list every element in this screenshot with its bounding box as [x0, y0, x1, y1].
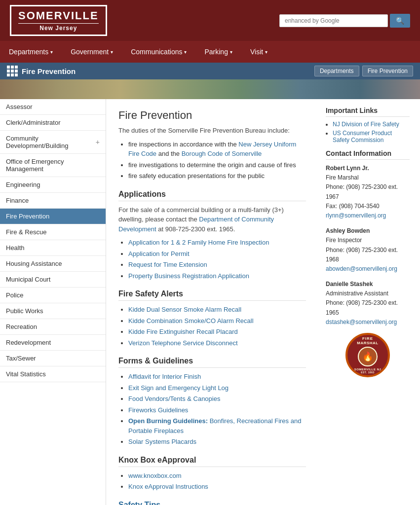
search-bar: 🔍: [279, 14, 410, 28]
fire-safety-link[interactable]: Verizon Telephone Service Disconnect: [128, 339, 238, 347]
sidebar-item-clerk-administrator[interactable]: Clerk/Administrator: [0, 115, 106, 131]
contact-title: Fire Marshal: [326, 173, 410, 182]
forms-link[interactable]: Food Vendors/Tents & Canopies: [128, 395, 220, 402]
sidebar-item-label: Finance: [6, 197, 29, 204]
fire-safety-link[interactable]: Kidde Fire Extinguisher Recall Placard: [128, 328, 238, 335]
important-link[interactable]: US Consumer Product Safety Commission: [333, 130, 392, 144]
sidebar-item-label: Police: [6, 291, 23, 299]
badge-title: FIRE: [354, 336, 382, 341]
search-button[interactable]: 🔍: [390, 14, 410, 28]
header: SOMERVILLE New Jersey 🔍: [0, 0, 420, 41]
breadcrumb-fire-prevention-button[interactable]: Fire Prevention: [362, 66, 413, 76]
forms-link[interactable]: Fireworks Guidelines: [128, 406, 188, 414]
sidebar-item-health[interactable]: Health: [0, 240, 106, 256]
forms-list: Affidavit for Interior FinishExit Sign a…: [128, 372, 306, 447]
sidebar-item-tax-sewer[interactable]: Tax/Sewer: [0, 351, 106, 366]
list-item: Application for 1 & 2 Family Home Fire I…: [128, 238, 306, 248]
badge-marshal: MARSHAL: [354, 341, 382, 345]
application-link[interactable]: Application for Permit: [128, 250, 190, 257]
forms-link[interactable]: Solar Systems Placards: [128, 438, 196, 445]
sidebar-item-label: Community Development/Building: [6, 135, 96, 149]
sidebar-item-police[interactable]: Police: [0, 288, 106, 303]
contact-phone: Phone: (908) 725-2300 ext. 1967: [326, 182, 410, 201]
sidebar-item-label: Assessor: [6, 103, 32, 110]
sidebar-item-label: Clerk/Administrator: [6, 119, 61, 126]
application-link[interactable]: Request for Time Extension: [128, 261, 207, 268]
forms-heading: Forms & Guidelines: [118, 357, 306, 368]
logo-name: SOMERVILLE: [18, 9, 99, 22]
nav-arrow: ▾: [184, 49, 187, 55]
sidebar-item-engineering[interactable]: Engineering: [0, 177, 106, 193]
applications-heading: Applications: [118, 190, 306, 201]
search-input[interactable]: [279, 14, 388, 27]
forms-link[interactable]: Open Burning Guidelines: Bonfires, Recre…: [128, 417, 301, 434]
important-links-list: NJ Division of Fire SafetyUS Consumer Pr…: [333, 121, 410, 144]
sidebar-item-label: Redevelopment: [6, 339, 51, 346]
sidebar-item-label: Municipal Court: [6, 276, 50, 283]
nav-label: Communications: [131, 48, 182, 56]
nav-arrow: ▾: [230, 49, 232, 55]
important-link[interactable]: NJ Division of Fire Safety: [333, 121, 399, 128]
sidebar-item-housing-assistance[interactable]: Housing Assistance: [0, 256, 106, 272]
nav-item-communications[interactable]: Communications▾: [122, 41, 195, 63]
forms-link[interactable]: Affidavit for Interior Finish: [128, 373, 201, 380]
list-item: Application for Permit: [128, 249, 306, 259]
contact-name: Robert Lynn Jr.: [326, 164, 410, 173]
nav-item-visit[interactable]: Visit▾: [241, 41, 276, 63]
dept-community-link[interactable]: Department of Community Development: [118, 216, 274, 233]
knox-link[interactable]: www.knoxbox.com: [128, 472, 182, 479]
sidebar-item-label: Health: [6, 244, 25, 252]
sidebar: AssessorClerk/AdministratorCommunity Dev…: [0, 99, 106, 505]
important-link-item: US Consumer Product Safety Commission: [333, 130, 410, 144]
borough-code-link[interactable]: Borough Code of Somerville: [182, 150, 262, 157]
duty-item: fire safety education presentations for …: [128, 171, 306, 181]
fire-safety-list: Kidde Dual Sensor Smoke Alarm RecallKidd…: [128, 305, 306, 348]
nav-item-parking[interactable]: Parking▾: [195, 41, 241, 63]
nav-item-departments[interactable]: Departments▾: [0, 41, 62, 63]
breadcrumb-right: Departments Fire Prevention: [314, 66, 413, 76]
grid-icon: [7, 66, 18, 76]
list-item: Exit Sign and Emergency Light Log: [128, 383, 306, 393]
sidebar-item-public-works[interactable]: Public Works: [0, 303, 106, 319]
list-item: Open Burning Guidelines: Bonfires, Recre…: [128, 416, 306, 435]
breadcrumb-title: Fire Prevention: [22, 67, 76, 75]
contact-name: Ashley Bowden: [326, 226, 410, 236]
sidebar-item-vital-statistics[interactable]: Vital Statistics: [0, 366, 106, 382]
knox-link[interactable]: Knox eApproval Instructions: [128, 483, 208, 490]
forms-link[interactable]: Exit Sign and Emergency Light Log: [128, 384, 229, 392]
duties-list: fire inspections in accordance with the …: [128, 140, 306, 181]
application-link[interactable]: Application for 1 & 2 Family Home Fire I…: [128, 239, 269, 246]
badge-container: FIRE MARSHAL 🔥 SOMERVILLE NJ EST. 1863: [326, 333, 410, 377]
sidebar-item-assessor[interactable]: Assessor: [0, 99, 106, 115]
nav-label: Government: [71, 48, 109, 56]
main-layout: AssessorClerk/AdministratorCommunity Dev…: [0, 99, 420, 505]
sidebar-item-redevelopment[interactable]: Redevelopment: [0, 335, 106, 351]
sidebar-item-fire-prevention[interactable]: Fire Prevention: [0, 209, 106, 224]
contact-phone: Phone: (908) 725-2300 ext. 1965: [326, 298, 410, 317]
nav-arrow: ▾: [50, 49, 53, 55]
fire-safety-heading: Fire Safety Alerts: [118, 289, 306, 301]
fire-safety-link[interactable]: Kidde Combination Smoke/CO Alarm Recall: [128, 317, 254, 325]
sidebar-item-recreation[interactable]: Recreation: [0, 319, 106, 335]
contact-email[interactable]: rlynn@somervillenj.org: [326, 212, 386, 219]
sidebar-item-label: Fire & Rescue: [6, 228, 46, 236]
sidebar-item-office-of-emergency-management[interactable]: Office of Emergency Management: [0, 154, 106, 177]
right-panel: Important Links NJ Division of Fire Safe…: [318, 99, 417, 505]
nav-arrow: ▾: [265, 49, 267, 55]
list-item: Knox eApproval Instructions: [128, 482, 306, 492]
sidebar-item-fire---rescue[interactable]: Fire & Rescue: [0, 224, 106, 240]
breadcrumb-departments-button[interactable]: Departments: [314, 66, 359, 76]
sidebar-item-label: Public Works: [6, 307, 43, 315]
nav-item-government[interactable]: Government▾: [62, 41, 122, 63]
contact-email[interactable]: abowden@somervillenj.org: [326, 265, 397, 272]
contact-title: Administrative Assistant: [326, 289, 410, 298]
sidebar-item-municipal-court[interactable]: Municipal Court: [0, 272, 106, 288]
contact-email[interactable]: dstashek@somervillenj.org: [326, 319, 397, 325]
sidebar-item-community-development-building[interactable]: Community Development/Building+: [0, 131, 106, 154]
application-link[interactable]: Property Business Registration Applicati…: [128, 272, 249, 280]
fire-safety-link[interactable]: Kidde Dual Sensor Smoke Alarm Recall: [128, 306, 241, 313]
sidebar-item-label: Tax/Sewer: [6, 355, 36, 362]
sidebar-item-finance[interactable]: Finance: [0, 193, 106, 209]
list-item: Kidde Fire Extinguisher Recall Placard: [128, 327, 306, 337]
logo[interactable]: SOMERVILLE New Jersey: [10, 5, 107, 36]
